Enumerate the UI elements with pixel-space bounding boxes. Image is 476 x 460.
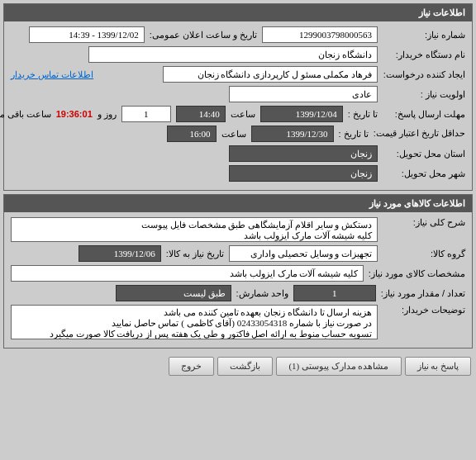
credit-to-label: تا تاریخ : [339,129,369,140]
button-bar: پاسخ به نیاز مشاهده مدارک پیوستی (1) باز… [0,352,476,381]
city-input[interactable] [229,165,378,182]
need-no-input[interactable] [262,26,378,43]
back-button[interactable]: بازگشت [217,357,273,376]
group-label: گروه کالا: [383,249,465,259]
priority-input[interactable] [229,86,378,102]
unit-label: واحد شمارش: [236,288,288,299]
requester-label: ایجاد کننده درخواست: [383,69,465,80]
panel1-header: اطلاعات نیاز [4,4,472,21]
contact-link[interactable]: اطلاعات تماس خریدار [11,69,93,80]
unit-input[interactable] [116,285,231,301]
deadline-label: مهلت ارسال پاسخ: [383,109,465,120]
qty-label: تعداد / مقدار مورد نیاز: [381,288,465,299]
priority-label: اولویت نیاز : [383,89,465,100]
city-label: شهر محل تحویل: [383,168,465,179]
remain-label: ساعت باقی مانده [0,109,51,120]
days-input[interactable] [121,106,171,122]
attachments-button[interactable]: مشاهده مدارک پیوستی (1) [276,357,401,376]
credit-label: حداقل تاریخ اعتبار قیمت: [374,128,465,139]
need-no-label: شماره نیاز: [383,30,465,40]
to-date-label: تا تاریخ : [348,109,378,120]
deadline-time-input[interactable] [176,106,226,122]
desc-label: شرح کلی نیاز: [383,217,465,228]
time-label2: ساعت [221,129,246,140]
notes-label: توضیحات خریدار: [383,305,465,315]
group-input[interactable] [229,245,378,262]
province-input[interactable] [229,145,378,162]
spec-label: مشخصات کالای مورد نیاز: [369,268,465,279]
need-info-panel: اطلاعات نیاز شماره نیاز: تاریخ و ساعت اع… [3,3,473,191]
qty-input[interactable] [293,285,376,301]
goods-info-panel: اطلاعات کالاهای مورد نیاز شرح کلی نیاز: … [3,194,473,349]
exit-button[interactable]: خروج [169,357,214,376]
need-date-input[interactable] [79,245,161,262]
notes-textarea[interactable] [11,305,378,339]
credit-time-input[interactable] [167,126,217,142]
requester-input[interactable] [163,66,378,83]
deadline-date-input[interactable] [260,106,343,122]
buyer-input[interactable] [88,46,378,63]
announce-label: تاریخ و ساعت اعلان عمومی: [150,30,257,40]
countdown-timer: 19:36:01 [56,109,93,119]
desc-textarea[interactable] [11,217,378,242]
time-label1: ساعت [231,109,255,120]
announce-input[interactable] [29,26,145,43]
days-label: روز و [98,109,117,120]
credit-date-input[interactable] [251,126,334,142]
spec-input[interactable] [11,265,364,282]
province-label: استان محل تحویل: [383,149,465,159]
need-date-label: تاریخ نیاز به کالا: [166,249,224,259]
reply-button[interactable]: پاسخ به نیاز [405,357,472,376]
buyer-label: نام دستگاه خریدار: [383,50,465,60]
panel2-header: اطلاعات کالاهای مورد نیاز [4,195,472,212]
